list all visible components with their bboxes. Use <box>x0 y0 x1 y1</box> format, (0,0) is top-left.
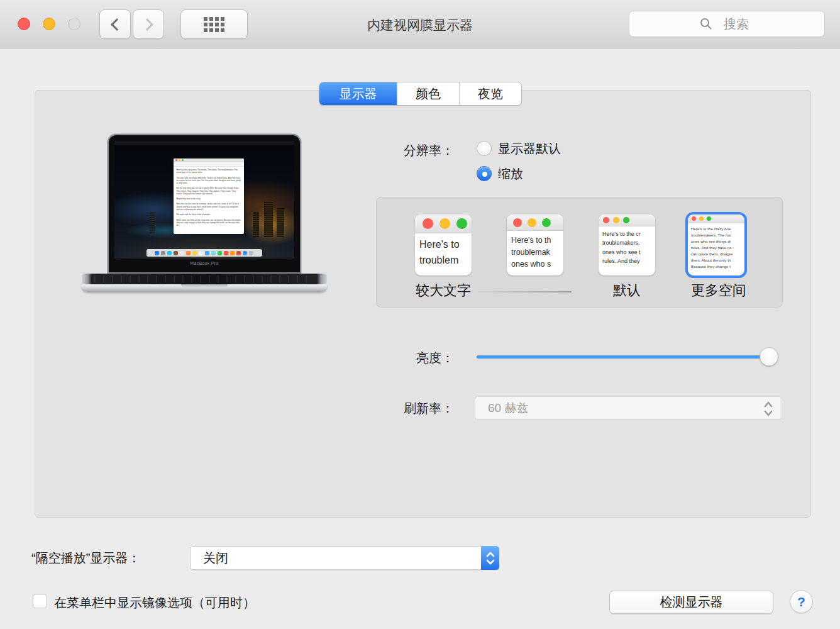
mini-window-toolbar <box>174 162 244 167</box>
thumb-titlebar <box>507 214 563 231</box>
macbook-lid-notch <box>181 284 228 287</box>
scale-label-more-space: 更多空间 <box>673 281 765 300</box>
chevron-up-icon <box>485 552 495 557</box>
brightness-slider-knob[interactable] <box>760 347 778 366</box>
resolution-option-default[interactable]: 显示器默认 <box>477 140 561 157</box>
scaled-resolution-picker: Here's to troublem Here's to th troublem… <box>376 197 783 308</box>
thumb-titlebar <box>599 214 655 226</box>
macbook-keyboard <box>82 274 327 284</box>
brightness-label: 亮度： <box>353 350 454 367</box>
tab-color[interactable]: 颜色 <box>397 82 459 105</box>
select-chevrons-icon <box>763 401 774 417</box>
tab-bar: 显示器 颜色 夜览 <box>319 82 522 106</box>
show-mirroring-label: 在菜单栏中显示镜像选项（可用时） <box>54 594 255 611</box>
tab-night-shift[interactable]: 夜览 <box>459 82 521 105</box>
mini-dock <box>146 249 262 257</box>
airplay-display-select[interactable]: 关闭 <box>190 546 499 570</box>
thumb-titlebar <box>415 214 472 233</box>
help-button[interactable]: ? <box>790 590 813 613</box>
airplay-display-label: “隔空播放”显示器： <box>31 550 140 567</box>
macbook-model-label: MacBook Pro <box>109 261 300 265</box>
macbook-screen: Here's to the crazy ones. The misfits. T… <box>109 135 300 272</box>
show-mirroring-checkbox[interactable] <box>33 594 47 608</box>
scale-option-2[interactable]: Here's to th troublemak ones who s <box>507 214 563 276</box>
scale-option-default[interactable]: Here's to the cr troublemakers. ones who… <box>599 214 655 276</box>
mini-document-text: Here's to the crazy ones. The misfits. T… <box>174 167 244 228</box>
radio-scaled[interactable] <box>477 166 492 181</box>
tab-display[interactable]: 显示器 <box>319 82 397 105</box>
chevron-down-icon <box>485 559 495 565</box>
mini-menu-bar <box>114 141 294 145</box>
search-icon <box>700 18 712 30</box>
resolution-option-scaled[interactable]: 缩放 <box>477 165 523 182</box>
title-bar: 内建视网膜显示器 <box>0 0 840 48</box>
airplay-display-value: 关闭 <box>203 550 228 567</box>
brightness-fill <box>477 355 778 359</box>
scale-label-default: 默认 <box>581 281 673 300</box>
scale-option-more-space[interactable]: Here's to the crazy one troublemakers. T… <box>688 214 744 276</box>
mini-document-window: Here's to the crazy ones. The misfits. T… <box>174 159 244 234</box>
brightness-slider[interactable] <box>477 355 778 359</box>
radio-default-for-display[interactable] <box>477 141 492 156</box>
macbook-wallpaper: Here's to the crazy ones. The misfits. T… <box>114 141 294 259</box>
refresh-rate-select[interactable]: 60 赫兹 <box>475 396 782 420</box>
thumb-titlebar <box>688 214 744 223</box>
scale-option-larger-text[interactable]: Here's to troublem <box>415 214 472 276</box>
search-input[interactable] <box>629 11 824 36</box>
scale-label-divider <box>477 291 572 292</box>
detect-displays-button[interactable]: 检测显示器 <box>609 591 773 614</box>
macbook-illustration: Here's to the crazy ones. The misfits. T… <box>82 135 327 292</box>
scale-label-larger-text: 较大文字 <box>397 281 489 300</box>
refresh-rate-value: 60 赫兹 <box>488 400 528 416</box>
resolution-label: 分辨率： <box>353 142 454 159</box>
search-field[interactable] <box>629 11 825 37</box>
popup-chevrons-cap <box>481 546 499 570</box>
refresh-rate-label: 刷新率： <box>353 400 454 417</box>
